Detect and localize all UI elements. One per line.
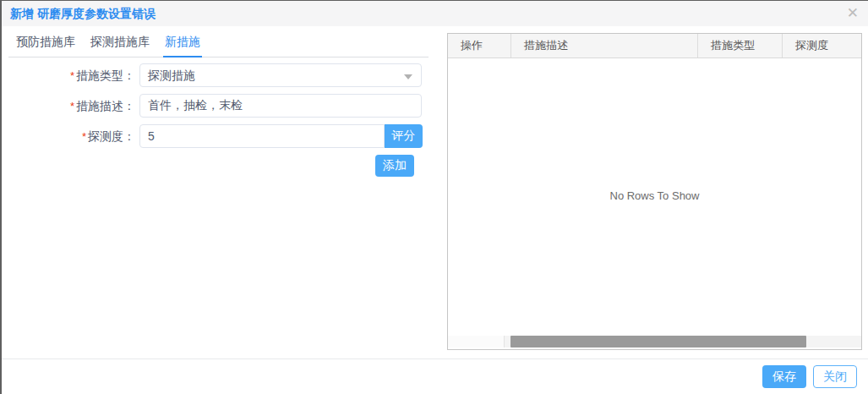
- measures-table: 操作 措施描述 措施类型 探测度 No Rows To Show: [447, 33, 862, 350]
- required-asterisk: *: [70, 100, 74, 112]
- measure-type-select[interactable]: 探测措施: [139, 63, 422, 87]
- scrollbar-track[interactable]: [505, 336, 861, 347]
- detection-degree-input[interactable]: [139, 124, 385, 148]
- save-button[interactable]: 保存: [762, 365, 806, 388]
- add-button[interactable]: 添加: [375, 155, 414, 177]
- dropdown-caret-icon: [404, 74, 412, 79]
- horizontal-scrollbar: [448, 336, 861, 347]
- column-header-degree: 探测度: [782, 34, 861, 57]
- close-button[interactable]: 关闭: [813, 365, 857, 388]
- column-header-description: 措施描述: [510, 34, 697, 57]
- column-header-operation: 操作: [448, 34, 510, 57]
- scrollbar-pinned-spacer: [448, 336, 505, 347]
- modal-dialog: 新增 研磨厚度参数设置错误 ✕ 预防措施库 探测措施库 新措施 *措施类型： 探…: [0, 0, 868, 394]
- table-header-row: 操作 措施描述 措施类型 探测度: [448, 34, 861, 58]
- tab-new-measure[interactable]: 新措施: [163, 33, 202, 57]
- required-asterisk: *: [70, 69, 74, 82]
- measure-description-input[interactable]: [139, 94, 422, 118]
- tab-prevention-library[interactable]: 预防措施库: [14, 33, 77, 57]
- measure-type-label: *措施类型：: [2, 63, 135, 88]
- scrollbar-thumb[interactable]: [510, 336, 806, 347]
- detection-degree-label: *探测度：: [2, 124, 135, 149]
- measure-type-selected-value: 探测措施: [148, 68, 195, 82]
- tab-bar: 预防措施库 探测措施库 新措施: [8, 33, 429, 57]
- close-icon[interactable]: ✕: [847, 1, 859, 26]
- required-asterisk: *: [82, 130, 86, 143]
- empty-rows-message: No Rows To Show: [448, 57, 861, 334]
- column-header-type: 措施类型: [697, 34, 782, 57]
- tab-detection-library[interactable]: 探测措施库: [89, 33, 151, 57]
- measure-description-label: *措施描述：: [2, 94, 135, 118]
- dialog-footer: 保存 关闭: [2, 358, 868, 394]
- dialog-header: 新增 研磨厚度参数设置错误 ✕: [2, 1, 868, 26]
- score-button[interactable]: 评分: [385, 124, 423, 148]
- dialog-title: 新增 研磨厚度参数设置错误: [10, 1, 156, 26]
